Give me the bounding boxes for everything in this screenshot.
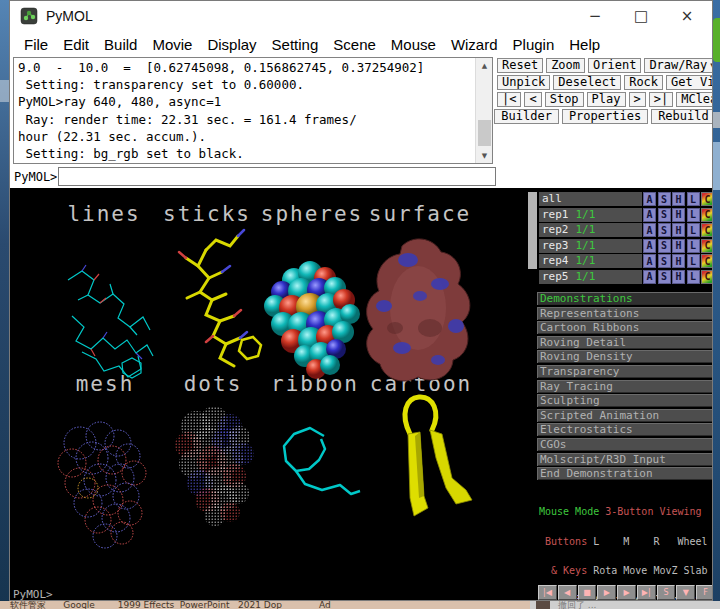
menu-help[interactable]: Help — [569, 36, 600, 53]
demo-item-sculpting[interactable]: Sculpting — [537, 394, 713, 407]
show-menu-button[interactable]: S — [658, 223, 671, 237]
vcr-step-forward-button[interactable]: ▶ — [617, 585, 636, 600]
action-menu-button[interactable]: A — [643, 270, 656, 284]
label-menu-button[interactable]: L — [687, 208, 700, 222]
menu-build[interactable]: Build — [104, 36, 137, 53]
properties-button[interactable]: Properties — [562, 109, 648, 124]
demo-item-electrostatics[interactable]: Electrostatics — [537, 423, 713, 436]
show-menu-button[interactable]: S — [658, 208, 671, 222]
vcr-stop-button[interactable]: ■ — [578, 585, 597, 600]
go-to-end-button[interactable]: >| — [649, 92, 673, 107]
vcr-play-button[interactable]: ▶ — [597, 585, 616, 600]
demo-item-molscript-r3d-input[interactable]: Molscript/R3D Input — [537, 453, 713, 466]
color-menu-button[interactable]: C — [701, 239, 713, 253]
vcr-scene-button[interactable]: S — [657, 585, 676, 600]
rebuild-button[interactable]: Rebuild — [651, 109, 713, 124]
show-menu-button[interactable]: S — [658, 270, 671, 284]
menu-scene[interactable]: Scene — [333, 36, 376, 53]
color-menu-button[interactable]: C — [701, 270, 713, 284]
console-scrollbar[interactable]: ▲ ▼ — [475, 58, 492, 163]
label-menu-button[interactable]: L — [687, 254, 700, 268]
object-list-scrollbar[interactable] — [528, 192, 537, 269]
color-menu-button[interactable]: C — [701, 223, 713, 237]
step-forward-button[interactable]: > — [629, 92, 646, 107]
menu-file[interactable]: File — [24, 36, 48, 53]
demo-item-ray-tracing[interactable]: Ray Tracing — [537, 380, 713, 393]
object-name-rep1[interactable]: rep11/1 — [539, 208, 642, 222]
mclear-button[interactable]: MClear — [676, 92, 713, 107]
action-menu-button[interactable]: A — [643, 223, 656, 237]
get-view-button[interactable]: Get View — [666, 75, 713, 90]
label-menu-button[interactable]: L — [687, 270, 700, 284]
menu-edit[interactable]: Edit — [63, 36, 89, 53]
step-back-button[interactable]: < — [524, 92, 541, 107]
show-menu-button[interactable]: S — [658, 192, 671, 206]
title-bar[interactable]: PyMOL − □ × — [10, 1, 712, 31]
demo-item-roving-detail[interactable]: Roving Detail — [537, 336, 713, 349]
mouse-mode-line[interactable]: Mouse Mode 3-Button Viewing — [539, 507, 713, 517]
action-menu-button[interactable]: A — [643, 208, 656, 222]
label-menu-button[interactable]: L — [687, 192, 700, 206]
scrollbar-thumb[interactable] — [478, 120, 491, 146]
demo-item-transparency[interactable]: Transparency — [537, 365, 713, 378]
demo-item-representations[interactable]: Representations — [537, 307, 713, 320]
viewport-command-prompt[interactable]: PyMOL>_ — [13, 588, 59, 601]
label-menu-button[interactable]: L — [687, 223, 700, 237]
demo-item-cartoon-ribbons[interactable]: Cartoon Ribbons — [537, 321, 713, 334]
menu-plugin[interactable]: Plugin — [513, 36, 555, 53]
deselect-button[interactable]: Deselect — [553, 75, 621, 90]
object-name-rep2[interactable]: rep21/1 — [539, 223, 642, 237]
vcr-fullscreen-button[interactable]: F — [696, 585, 713, 600]
menu-wizard[interactable]: Wizard — [451, 36, 498, 53]
vcr-step-back-button[interactable]: ◀ — [558, 585, 577, 600]
stop-button[interactable]: Stop — [545, 92, 584, 107]
vcr-go-to-start-button[interactable]: |◀ — [538, 585, 557, 600]
scroll-up-icon[interactable]: ▲ — [476, 58, 493, 73]
scroll-down-icon[interactable]: ▼ — [476, 148, 493, 163]
unpick-button[interactable]: Unpick — [497, 75, 550, 90]
color-menu-button[interactable]: C — [701, 254, 713, 268]
hide-menu-button[interactable]: H — [672, 208, 685, 222]
menu-setting[interactable]: Setting — [272, 36, 319, 53]
object-name-all[interactable]: all — [539, 192, 642, 206]
vcr-go-to-end-button[interactable]: ▶| — [637, 585, 656, 600]
maximize-button[interactable]: □ — [618, 1, 664, 31]
menu-display[interactable]: Display — [207, 36, 256, 53]
menu-mouse[interactable]: Mouse — [391, 36, 436, 53]
vcr-down-button[interactable]: ▼ — [676, 585, 695, 600]
show-menu-button[interactable]: S — [658, 254, 671, 268]
demo-menu-header[interactable]: Demonstrations — [537, 292, 713, 305]
demo-item-scripted-animation[interactable]: Scripted Animation — [537, 409, 713, 422]
zoom-button[interactable]: Zoom — [546, 58, 585, 73]
action-menu-button[interactable]: A — [643, 192, 656, 206]
close-button[interactable]: × — [664, 1, 710, 31]
object-name-rep5[interactable]: rep51/1 — [539, 270, 642, 284]
demo-item-roving-density[interactable]: Roving Density — [537, 350, 713, 363]
gl-viewport[interactable]: lines sticks spheres surface mesh dots r… — [10, 188, 712, 601]
action-menu-button[interactable]: A — [643, 239, 656, 253]
hide-menu-button[interactable]: H — [672, 270, 685, 284]
rock-button[interactable]: Rock — [624, 75, 663, 90]
hide-menu-button[interactable]: H — [672, 239, 685, 253]
reset-button[interactable]: Reset — [497, 58, 543, 73]
command-input[interactable] — [58, 167, 496, 186]
play-button[interactable]: Play — [587, 92, 626, 107]
object-name-rep4[interactable]: rep41/1 — [539, 254, 642, 268]
go-to-start-button[interactable]: |< — [497, 92, 521, 107]
hide-menu-button[interactable]: H — [672, 223, 685, 237]
minimize-button[interactable]: − — [572, 1, 618, 31]
builder-button[interactable]: Builder — [494, 109, 559, 124]
color-menu-button[interactable]: C — [701, 208, 713, 222]
demo-item-cgos[interactable]: CGOs — [537, 438, 713, 451]
show-menu-button[interactable]: S — [658, 239, 671, 253]
action-menu-button[interactable]: A — [643, 254, 656, 268]
label-menu-button[interactable]: L — [687, 239, 700, 253]
menu-movie[interactable]: Movie — [152, 36, 192, 53]
hide-menu-button[interactable]: H — [672, 192, 685, 206]
object-name-rep3[interactable]: rep31/1 — [539, 239, 642, 253]
color-menu-button[interactable]: C — [701, 192, 713, 206]
draw-ray-button[interactable]: Draw/Ray▼ — [644, 58, 713, 73]
hide-menu-button[interactable]: H — [672, 254, 685, 268]
orient-button[interactable]: Orient — [588, 58, 641, 73]
demo-item-end-demonstration[interactable]: End Demonstration — [537, 467, 713, 480]
